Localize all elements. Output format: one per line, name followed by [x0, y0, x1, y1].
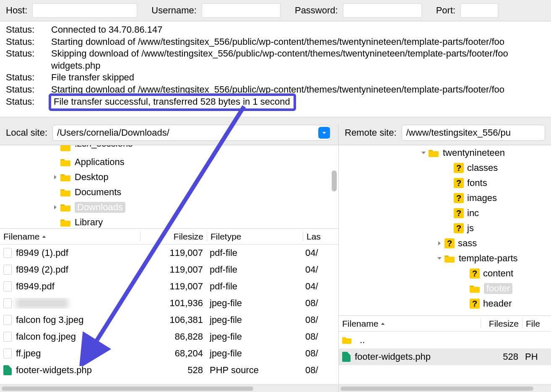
file-type: jpeg-file	[206, 315, 302, 325]
scrollbar-thumb[interactable]	[332, 170, 337, 191]
remote-directory-tree[interactable]: twentynineteen?classes?fonts?images?inc?…	[339, 145, 551, 316]
remote-file-list-header[interactable]: Filename Filesize File	[339, 316, 551, 332]
column-filesize[interactable]: Filesize	[140, 232, 207, 242]
log-message: widgets.php	[51, 60, 545, 72]
file-name: falcon fog.jpeg	[16, 331, 76, 342]
local-path-input[interactable]	[52, 125, 330, 141]
chevron-icon[interactable]	[434, 256, 444, 261]
tree-item[interactable]: ?sass	[339, 236, 551, 251]
file-name: falcon 2.jpeg	[16, 298, 68, 309]
unknown-folder-icon: ?	[444, 238, 455, 248]
tree-item-label: classes	[467, 162, 498, 173]
tree-item[interactable]: template-parts	[339, 251, 551, 266]
remote-file-list[interactable]: ..footer-widgets.php528PH	[339, 332, 551, 384]
chevron-icon[interactable]	[50, 205, 60, 210]
file-row[interactable]: footer-widgets.php528PH	[339, 348, 551, 365]
message-log[interactable]: Status:Connected to 34.70.86.147Status:S…	[0, 21, 551, 117]
file-lastmodified: 04/	[302, 264, 338, 275]
folder-icon	[60, 188, 71, 197]
tree-item[interactable]: .zsh_sessions	[0, 145, 338, 155]
unknown-folder-icon: ?	[470, 299, 480, 309]
file-size: 86,828	[140, 331, 206, 342]
file-size: 528	[140, 365, 206, 376]
column-lastmodified[interactable]: Las	[303, 232, 338, 242]
log-message: Starting download of /www/testingsitex_5…	[51, 36, 545, 48]
file-row[interactable]: f8949 (1).pdf119,007pdf-file04/	[0, 245, 338, 261]
file-name: ..	[360, 335, 365, 346]
tree-item[interactable]: Downloads	[0, 200, 338, 215]
folder-icon	[60, 203, 71, 212]
local-path-dropdown[interactable]	[318, 127, 330, 139]
port-input[interactable]	[460, 3, 498, 18]
column-filesize[interactable]: Filesize	[481, 319, 522, 329]
remote-path-input[interactable]	[402, 125, 546, 141]
tree-item[interactable]: footer	[339, 281, 551, 296]
file-row[interactable]: footer-widgets.php528PHP source08/	[0, 362, 338, 379]
tree-item[interactable]: ?header	[339, 296, 551, 311]
file-row[interactable]: f8949 (2).pdf119,007pdf-file04/	[0, 261, 338, 278]
unknown-folder-icon: ?	[454, 223, 464, 233]
local-pane: Local site: .zsh_sessionsApplicationsDes…	[0, 125, 339, 392]
file-size: 101,936	[140, 298, 206, 309]
tree-item[interactable]: Library	[0, 215, 338, 229]
folder-icon	[60, 157, 71, 167]
column-filename[interactable]: Filename	[339, 319, 481, 329]
local-directory-tree[interactable]: .zsh_sessionsApplicationsDesktopDocument…	[0, 145, 338, 229]
file-icon	[3, 315, 12, 325]
username-input[interactable]	[202, 3, 281, 18]
password-input[interactable]	[343, 3, 422, 18]
tree-item[interactable]: ?fonts	[339, 175, 551, 191]
column-filetype[interactable]: File	[522, 319, 543, 329]
sort-ascending-icon	[380, 319, 386, 329]
folder-icon	[470, 284, 481, 293]
file-lastmodified: 04/	[302, 281, 338, 292]
tree-item[interactable]: ?content	[339, 266, 551, 281]
host-label: Host:	[6, 5, 27, 16]
file-size: 119,007	[140, 264, 206, 275]
file-name: ff.jpeg	[16, 348, 41, 359]
log-label	[6, 60, 51, 72]
log-message: Skipping download of /www/testingsitex_5…	[51, 48, 545, 60]
tree-item[interactable]: twentynineteen	[339, 145, 551, 160]
tree-item-label: js	[467, 223, 474, 234]
chevron-icon[interactable]	[50, 175, 60, 180]
local-file-list-header[interactable]: Filename Filesize Filetype Las	[0, 229, 338, 245]
host-input[interactable]	[32, 3, 137, 18]
log-label: Status:	[6, 36, 51, 48]
file-icon	[3, 265, 12, 275]
file-row[interactable]: falcon 2.jpeg101,936jpeg-file08/	[0, 295, 338, 312]
log-message: File transfer skipped	[51, 72, 545, 84]
tree-item[interactable]: Desktop	[0, 170, 338, 185]
file-row[interactable]: falcon fog.jpeg86,828jpeg-file08/	[0, 328, 338, 345]
file-lastmodified: 08/	[302, 331, 338, 342]
file-type: jpeg-file	[206, 348, 302, 359]
tree-item[interactable]: ?js	[339, 221, 551, 236]
username-label: Username:	[151, 5, 197, 16]
file-row[interactable]: falcon fog 3.jpeg106,381jpeg-file08/	[0, 312, 338, 328]
log-label: Status:	[6, 72, 51, 84]
file-name: falcon fog 3.jpeg	[16, 315, 83, 325]
remote-site-label: Remote site:	[345, 127, 397, 138]
log-label: Status:	[6, 48, 51, 60]
file-type: PH	[522, 351, 543, 362]
tree-item[interactable]: ?inc	[339, 206, 551, 221]
tree-item[interactable]: ?classes	[339, 160, 551, 175]
column-filetype[interactable]: Filetype	[207, 232, 303, 242]
column-filename[interactable]: Filename	[0, 232, 140, 242]
file-row[interactable]: f8949.pdf119,007pdf-file04/	[0, 278, 338, 295]
file-type: pdf-file	[206, 248, 302, 258]
tree-item[interactable]: Applications	[0, 155, 338, 170]
tree-item-label: Library	[75, 217, 103, 228]
chevron-icon[interactable]	[418, 150, 429, 155]
horizontal-scrollbar[interactable]	[339, 384, 551, 392]
folder-icon	[60, 145, 71, 152]
port-label: Port:	[436, 5, 455, 16]
horizontal-scrollbar[interactable]	[0, 384, 338, 392]
local-file-list[interactable]: f8949 (1).pdf119,007pdf-file04/f8949 (2)…	[0, 245, 338, 384]
unknown-folder-icon: ?	[470, 268, 480, 279]
chevron-icon[interactable]	[434, 241, 444, 246]
file-row[interactable]: ..	[339, 332, 551, 348]
tree-item[interactable]: Documents	[0, 185, 338, 200]
file-row[interactable]: ff.jpeg68,204jpeg-file08/	[0, 345, 338, 362]
tree-item[interactable]: ?images	[339, 191, 551, 206]
